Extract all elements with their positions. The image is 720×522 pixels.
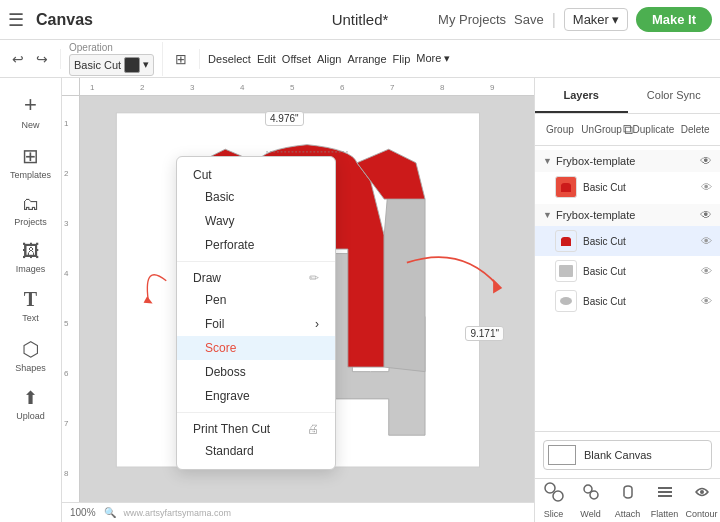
contour-button[interactable]: Contour [683,479,720,522]
sidebar-item-shapes[interactable]: ⬡ Shapes [4,331,58,379]
svg-text:1: 1 [90,83,95,92]
standard-menu-item[interactable]: Standard [177,439,335,463]
visibility-icon[interactable]: 👁 [701,181,712,193]
printer-icon: 🖨 [307,422,319,436]
ungroup-button[interactable]: UnGroup [581,114,623,145]
zoom-label: 100% [70,507,96,518]
canvas-area[interactable]: 1 2 3 4 5 6 7 8 9 10 1 2 3 4 [62,78,534,522]
sidebar-item-label: New [21,120,39,130]
offset-button[interactable]: Offset [282,53,311,65]
attach-icon [618,482,638,507]
delete-button[interactable]: Delete [674,114,716,145]
grid-icon[interactable]: ⊞ [171,49,191,69]
flip-button[interactable]: Flip [393,53,411,65]
layer-item-label: Basic Cut [583,236,695,247]
panel-bottom: Blank Canvas [535,431,720,478]
visibility-icon[interactable]: 👁 [701,235,712,247]
flatten-button[interactable]: Flatten [646,479,683,522]
pen-menu-item[interactable]: Pen [177,288,335,312]
svg-text:1: 1 [64,119,69,128]
height-dimension-label: 9.171" [465,326,504,341]
tab-color-sync[interactable]: Color Sync [628,78,721,113]
sidebar-item-text[interactable]: T Text [4,282,58,329]
visibility-icon[interactable]: 👁 [701,295,712,307]
blank-canvas-label: Blank Canvas [584,449,652,461]
cut-section-header: Cut [177,163,335,185]
sidebar-item-templates[interactable]: ⊞ Templates [4,138,58,186]
text-icon: T [24,288,37,311]
redo-button[interactable]: ↪ [32,49,52,69]
upload-icon: ⬆ [23,387,38,409]
layer-item-label: Basic Cut [583,182,695,193]
edit-button[interactable]: Edit [257,53,276,65]
contour-label: Contour [685,509,717,519]
svg-point-24 [545,483,555,493]
templates-icon: ⊞ [22,144,39,168]
arrange-button[interactable]: Arrange [347,53,386,65]
sidebar-item-new[interactable]: + New [4,86,58,136]
sidebar-item-images[interactable]: 🖼 Images [4,235,58,280]
align-button[interactable]: Align [317,53,341,65]
more-button[interactable]: More ▾ [416,52,450,65]
layer-item-label: Basic Cut [583,266,695,277]
deselect-button[interactable]: Deselect [208,53,251,65]
my-projects-button[interactable]: My Projects [438,12,506,27]
menu-divider-1 [177,261,335,262]
operation-dropdown[interactable]: Basic Cut ▾ [69,54,154,76]
operation-label: Operation [69,42,113,53]
layer-item[interactable]: Basic Cut 👁 [535,256,720,286]
svg-rect-22 [559,265,573,277]
visibility-icon[interactable]: 👁 [701,265,712,277]
slice-icon [544,482,564,507]
duplicate-button[interactable]: ⧉ Duplicate [623,114,675,145]
draw-icon: ✏ [309,271,319,285]
foil-menu-item[interactable]: Foil › [177,312,335,336]
draw-label: Draw [193,271,221,285]
deboss-menu-item[interactable]: Deboss [177,360,335,384]
sidebar-item-label: Templates [10,170,51,180]
layer-item[interactable]: Basic Cut 👁 [535,286,720,316]
blank-canvas-thumbnail [548,445,576,465]
shapes-icon: ⬡ [22,337,39,361]
svg-marker-20 [493,279,502,294]
layer-group-2-header[interactable]: ▼ Frybox-template 👁 [535,204,720,226]
attach-button[interactable]: Attach [609,479,646,522]
save-button[interactable]: Save [514,12,544,27]
perforate-menu-item[interactable]: Perforate [177,233,335,257]
draw-section-header: Draw ✏ [177,266,335,288]
blank-canvas-item[interactable]: Blank Canvas [543,440,712,470]
operation-value: Basic Cut [74,59,121,71]
svg-text:4: 4 [240,83,245,92]
visibility-icon[interactable]: 👁 [700,154,712,168]
sidebar-item-upload[interactable]: ⬆ Upload [4,381,58,427]
score-menu-item[interactable]: Score [177,336,335,360]
svg-text:6: 6 [64,369,69,378]
chevron-down-icon: ▼ [543,156,552,166]
svg-point-27 [590,491,598,499]
wavy-menu-item[interactable]: Wavy [177,209,335,233]
group-name-label: Frybox-template [556,155,696,167]
ruler-corner [62,78,80,96]
svg-rect-29 [658,491,672,493]
slice-button[interactable]: Slice [535,479,572,522]
sidebar-item-label: Shapes [15,363,46,373]
sidebar-item-projects[interactable]: 🗂 Projects [4,188,58,233]
layer-item-selected[interactable]: Basic Cut 👁 [535,226,720,256]
maker-dropdown[interactable]: Maker ▾ [564,8,628,31]
layer-group-1-header[interactable]: ▼ Frybox-template 👁 [535,150,720,172]
hamburger-icon[interactable]: ☰ [8,9,24,31]
engrave-menu-item[interactable]: Engrave [177,384,335,408]
svg-text:9: 9 [490,83,495,92]
undo-button[interactable]: ↩ [8,49,28,69]
make-it-button[interactable]: Make It [636,7,712,32]
group-button[interactable]: Group [539,114,581,145]
svg-text:8: 8 [64,469,69,478]
svg-rect-30 [658,495,672,497]
svg-point-23 [560,297,572,305]
weld-button[interactable]: Weld [572,479,609,522]
basic-menu-item[interactable]: Basic [177,185,335,209]
visibility-icon[interactable]: 👁 [700,208,712,222]
maker-chevron-icon: ▾ [612,12,619,27]
layer-item[interactable]: Basic Cut 👁 [535,172,720,202]
tab-layers[interactable]: Layers [535,78,628,113]
